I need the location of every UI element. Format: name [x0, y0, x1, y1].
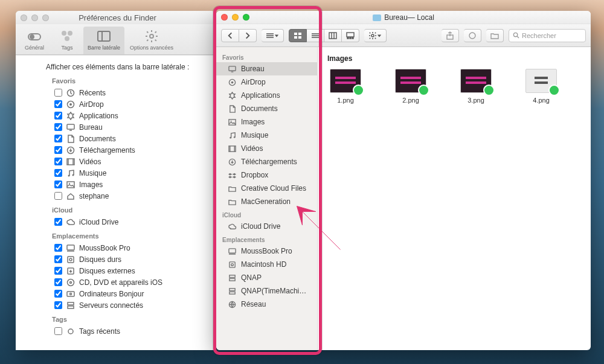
minimize-icon[interactable] [232, 14, 239, 21]
sidebar-item[interactable]: Téléchargements [216, 155, 317, 168]
sidebar-item-label: iCloud Drive [241, 222, 280, 231]
section-emplacements: Emplacements [52, 232, 215, 240]
path-title: Images [327, 54, 581, 63]
sidebar-item[interactable]: AirDrop [216, 75, 317, 89]
close-icon[interactable] [221, 14, 228, 21]
sidebar-item[interactable]: Applications [216, 89, 317, 102]
prefs-titlebar[interactable]: Préférences du Finder [16, 11, 215, 24]
finder-preferences-window: Préférences du Finder Général Tags Barre… [16, 11, 215, 350]
checkbox[interactable] [54, 244, 62, 252]
pref-row: Récents [22, 87, 215, 98]
file-tile[interactable]: 2.png [393, 69, 429, 104]
tags-button[interactable] [464, 29, 481, 42]
new-folder-button[interactable] [486, 29, 504, 42]
checkbox[interactable] [54, 158, 62, 165]
search-input[interactable]: Rechercher [509, 29, 586, 42]
checkbox[interactable] [54, 135, 62, 142]
back-button[interactable] [221, 29, 239, 42]
pref-row: Documents [22, 133, 215, 144]
sidebar-item[interactable]: Réseau [216, 298, 317, 311]
pictures-icon [227, 118, 237, 126]
documents-icon [66, 135, 76, 143]
sidebar-item[interactable]: QNAP(TimeMachi… [216, 284, 317, 298]
sidebar-item[interactable]: Macintosh HD [216, 258, 317, 271]
tab-advanced-label: Options avancées [130, 45, 173, 51]
sidebar-item-label: MoussBook Pro [241, 247, 292, 255]
checkbox[interactable] [54, 89, 62, 97]
file-tile[interactable]: 1.png [327, 69, 364, 104]
svg-point-4 [65, 36, 69, 41]
sidebar-item[interactable]: Images [216, 115, 317, 129]
checkbox[interactable] [54, 218, 62, 226]
file-tile[interactable]: 4.png [523, 69, 559, 104]
checkbox[interactable] [54, 192, 62, 200]
nav-buttons [221, 29, 257, 42]
view-gallery-button[interactable] [342, 29, 359, 42]
sidebar-item[interactable]: iCloud Drive [216, 220, 317, 233]
sidebar-section-emplacements: Emplacements [216, 233, 317, 244]
view-list-button[interactable] [307, 29, 324, 42]
tab-general[interactable]: Général [18, 27, 51, 54]
checkbox[interactable] [54, 169, 62, 177]
sidebar-item[interactable]: Dropbox [216, 168, 317, 182]
folder-icon [373, 14, 381, 21]
zoom-icon[interactable] [243, 14, 249, 21]
pref-row: Musique [22, 167, 215, 179]
checkbox[interactable] [54, 146, 62, 154]
file-tile[interactable]: 3.png [458, 69, 494, 104]
checkbox[interactable] [54, 180, 62, 188]
checkbox[interactable] [54, 301, 62, 309]
sidebar-item-label: Musique [241, 131, 268, 139]
view-icons-button[interactable] [289, 29, 307, 42]
pref-row: CD, DVD et appareils iOS [22, 276, 215, 288]
downloads-icon [66, 146, 76, 155]
tab-tags[interactable]: Tags [51, 27, 83, 54]
group-button[interactable] [262, 29, 284, 42]
downloads-icon [227, 158, 237, 166]
svg-rect-5 [98, 31, 110, 41]
tab-sidebar[interactable]: Barre latérale [83, 27, 124, 54]
external-disk-icon [66, 267, 76, 275]
svg-point-32 [68, 329, 73, 334]
action-menu-button[interactable] [364, 29, 387, 42]
movies-icon [66, 158, 76, 166]
checkbox[interactable] [54, 123, 62, 131]
checkbox[interactable] [54, 290, 62, 298]
checkbox[interactable] [54, 112, 62, 120]
sidebar-item-label: Creative Cloud Files [241, 184, 306, 193]
share-button[interactable] [442, 29, 459, 42]
finder-sidebar[interactable]: FavorisBureauAirDropApplicationsDocument… [216, 47, 318, 350]
sidebar-item[interactable]: Bureau [216, 62, 317, 75]
checkbox[interactable] [54, 267, 62, 275]
sidebar-item[interactable]: Documents [216, 102, 317, 115]
forward-button[interactable] [239, 29, 257, 42]
gear-icon [144, 29, 159, 43]
finder-content[interactable]: Images 1.png2.png3.png4.png [318, 47, 591, 350]
cloud-icon [66, 218, 76, 226]
svg-rect-36 [294, 33, 297, 35]
svg-rect-46 [347, 33, 354, 37]
finder-titlebar[interactable]: Bureau — Local [216, 11, 591, 24]
sidebar-item[interactable]: Vidéos [216, 142, 317, 155]
files-grid: 1.png2.png3.png4.png [327, 69, 581, 104]
checkbox[interactable] [54, 278, 62, 286]
music-icon [66, 169, 76, 177]
pref-row: Images [22, 179, 215, 190]
svg-rect-55 [228, 66, 235, 70]
sidebar-item[interactable]: Creative Cloud Files [216, 182, 317, 195]
disc-icon [66, 278, 76, 287]
checkbox[interactable] [54, 255, 62, 263]
pref-row-label: Récents [79, 89, 106, 97]
view-columns-button[interactable] [324, 29, 342, 42]
pref-row-label: CD, DVD et appareils iOS [79, 278, 162, 287]
sidebar-item[interactable]: MacGeneration [216, 195, 317, 208]
sidebar-item[interactable]: MoussBook Pro [216, 244, 317, 258]
sidebar-item[interactable]: QNAP [216, 271, 317, 284]
sidebar-item[interactable]: Musique [216, 129, 317, 142]
checkbox[interactable] [54, 327, 62, 335]
sidebar-item-label: AirDrop [241, 78, 266, 86]
pref-row-label: Serveurs connectés [79, 301, 143, 310]
applications-icon [66, 112, 76, 120]
tab-advanced[interactable]: Options avancées [124, 27, 179, 54]
checkbox[interactable] [54, 100, 62, 108]
